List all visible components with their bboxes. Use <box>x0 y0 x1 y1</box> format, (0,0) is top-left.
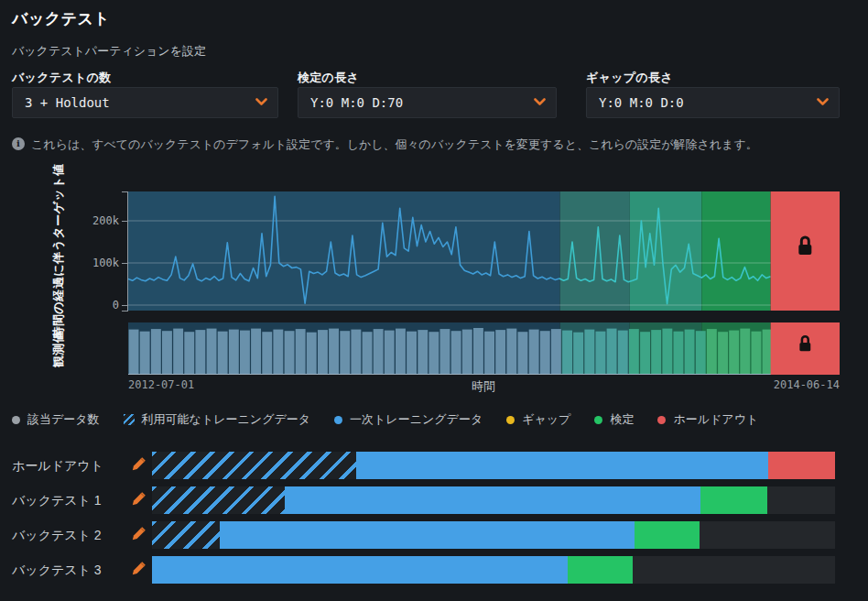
axis-tick <box>122 311 127 311</box>
histogram-bar <box>351 330 361 375</box>
target-over-time-chart <box>128 191 840 311</box>
gap-length-label: ギャップの長さ <box>586 70 673 86</box>
legend-label: 該当データ数 <box>27 411 100 428</box>
histogram-bar <box>418 330 428 375</box>
legend-item-0[interactable]: 該当データ数 <box>12 411 100 428</box>
histogram-bar <box>729 331 739 375</box>
legend-label: 検定 <box>610 411 634 428</box>
legend-label: 利用可能なトレーニングデータ <box>142 411 310 428</box>
histogram-bar <box>262 332 272 375</box>
histogram-bar <box>462 330 472 375</box>
available-segment <box>152 486 285 514</box>
x-start-date: 2012-07-01 <box>128 378 194 391</box>
histogram-bar <box>685 330 695 375</box>
histogram-bar <box>540 331 550 375</box>
pencil-icon <box>131 456 146 472</box>
axis-tick <box>122 221 127 222</box>
histogram-bar <box>173 329 183 375</box>
page-subtitle: バックテストパーティションを設定 <box>12 43 206 60</box>
y-tick-200k: 200k <box>82 214 119 227</box>
validation-length-value: Y:0 M:0 D:70 <box>310 88 403 117</box>
axis-tick <box>122 191 127 192</box>
validation-length-label: 検定の長さ <box>298 70 359 86</box>
histogram-bar <box>385 331 395 375</box>
edit-partition-button[interactable] <box>129 491 147 509</box>
chevron-down-icon <box>534 98 546 106</box>
histogram-bar <box>140 332 150 375</box>
num-backtests-value: 3 + Holdout <box>25 88 110 117</box>
histogram-bar <box>318 330 328 375</box>
histogram-bar <box>506 329 516 375</box>
histogram-bar <box>451 331 461 375</box>
observations-histogram <box>128 322 840 375</box>
histogram-bar <box>285 331 295 375</box>
histogram-bar <box>240 331 250 375</box>
legend-label: ギャップ <box>522 411 570 428</box>
pencil-icon <box>131 526 146 541</box>
legend-item-3[interactable]: ギャップ <box>506 411 570 428</box>
validation-segment <box>568 556 634 584</box>
legend-item-2[interactable]: 一次トレーニングデータ <box>334 411 483 428</box>
backtest-config-panel: バックテスト バックテストパーティションを設定 バックテストの数 検定の長さ ギ… <box>0 0 868 601</box>
chevron-down-icon <box>255 98 267 106</box>
histogram-bar <box>495 330 505 375</box>
histogram-bar <box>518 332 528 375</box>
histogram-bar <box>551 329 561 375</box>
histogram-bar <box>662 329 672 375</box>
partition-bar <box>152 521 835 549</box>
histogram-bar <box>273 330 283 375</box>
info-note: i これらは、すべてのバックテストのデフォルト設定です。しかし、個々のバックテス… <box>12 137 861 152</box>
histogram-bar <box>473 328 483 375</box>
y-axis-title: 時間の経過に伴うターゲット値 <box>50 163 67 338</box>
histogram-bar <box>429 332 439 375</box>
primary-segment <box>152 556 568 584</box>
legend-label: ホールドアウト <box>673 411 758 428</box>
mini-y-axis-title: 観測値 <box>50 331 67 368</box>
y-tick-100k: 100k <box>82 257 119 269</box>
histogram-bar <box>363 332 373 375</box>
partition-row-label: バックテスト 2 <box>12 521 120 549</box>
histogram-bar <box>374 329 384 375</box>
histogram-bar <box>484 332 494 375</box>
histogram-bar <box>218 332 228 375</box>
histogram-bar <box>407 332 417 375</box>
histogram-bar <box>740 329 750 375</box>
y-tick-0: 0 <box>82 299 119 311</box>
edit-partition-button[interactable] <box>129 456 147 475</box>
num-backtests-dropdown[interactable]: 3 + Holdout <box>12 87 278 118</box>
validation-length-dropdown[interactable]: Y:0 M:0 D:70 <box>298 87 557 118</box>
legend-dot-icon <box>334 416 342 424</box>
chart-legend: 該当データ数利用可能なトレーニングデータ一次トレーニングデータギャップ検定ホール… <box>12 410 758 429</box>
histogram-bar <box>573 333 583 375</box>
validation-segment <box>635 521 700 549</box>
histogram-bar <box>529 330 539 375</box>
legend-item-1[interactable]: 利用可能なトレーニングデータ <box>124 411 310 428</box>
partition-bar <box>152 486 835 514</box>
histogram-bar <box>129 330 139 375</box>
edit-partition-button[interactable] <box>129 526 147 544</box>
histogram-bar <box>752 332 762 375</box>
histogram-bar <box>674 332 684 375</box>
x-axis-title: 時間 <box>438 378 529 395</box>
legend-item-4[interactable]: 検定 <box>594 411 634 428</box>
gap-length-dropdown[interactable]: Y:0 M:0 D:0 <box>586 87 840 118</box>
histogram-bar <box>618 331 628 375</box>
histogram-bar <box>629 329 639 375</box>
histogram-bar <box>707 329 717 375</box>
histogram-bar <box>207 329 217 375</box>
histogram-bar <box>607 329 617 375</box>
histogram-bar <box>696 331 706 375</box>
histogram-bar <box>251 329 261 375</box>
available-segment <box>152 521 220 549</box>
histogram-bar <box>229 330 239 375</box>
legend-dot-icon <box>594 416 602 424</box>
axis-tick <box>122 305 127 306</box>
histogram-bar <box>340 331 350 375</box>
validation-segment <box>700 486 767 514</box>
histogram-bar <box>640 332 650 375</box>
legend-item-5[interactable]: ホールドアウト <box>657 411 758 428</box>
histogram-bar <box>307 333 317 375</box>
partition-row-label: ホールドアウト <box>12 452 120 479</box>
histogram-bar <box>151 329 161 375</box>
edit-partition-button[interactable] <box>129 561 147 579</box>
